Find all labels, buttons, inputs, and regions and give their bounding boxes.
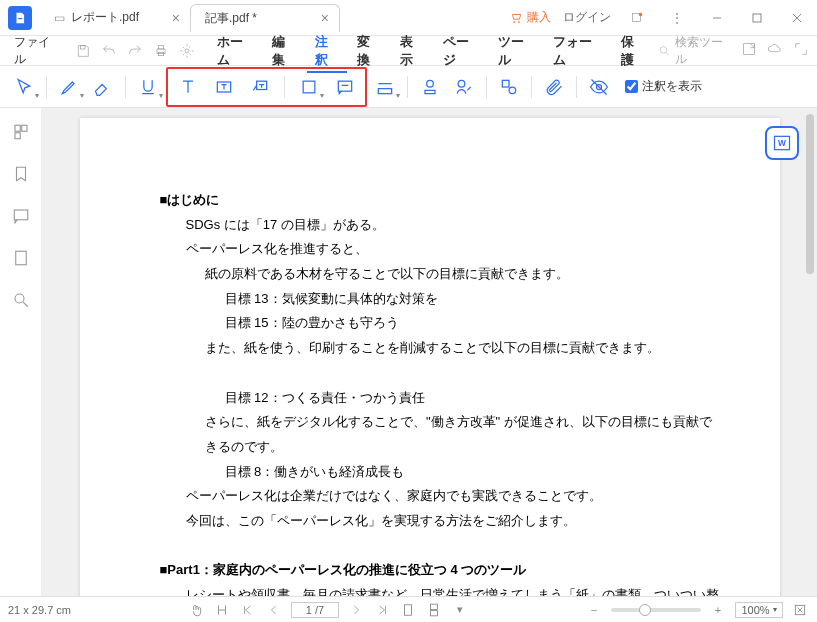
comments-panel-icon[interactable] — [9, 204, 33, 228]
menu-tab-page[interactable]: ページ — [435, 29, 488, 73]
callout-icon[interactable] — [244, 71, 276, 103]
tab-report[interactable]: ▭ レポート.pdf × — [40, 4, 190, 32]
textbox-icon[interactable] — [208, 71, 240, 103]
vertical-scrollbar[interactable] — [805, 108, 815, 596]
highlight-icon[interactable]: ▾ — [53, 71, 85, 103]
page-dimensions: 21 x 29.7 cm — [8, 604, 71, 616]
svg-rect-4 — [753, 14, 761, 22]
notification-icon[interactable] — [623, 4, 651, 32]
body-text: また、紙を使う、印刷することを削減することで以下の目標に貢献できます。 — [160, 336, 720, 361]
svg-rect-18 — [338, 81, 351, 91]
search-panel-icon[interactable] — [9, 288, 33, 312]
continuous-page-icon[interactable] — [425, 601, 443, 619]
svg-point-2 — [639, 12, 643, 16]
buy-link[interactable]: 購入 — [509, 9, 551, 26]
signature-icon[interactable] — [448, 71, 480, 103]
word-export-button[interactable]: W — [765, 126, 799, 160]
cart-icon — [509, 11, 523, 25]
zoom-thumb[interactable] — [639, 604, 651, 616]
close-icon[interactable]: × — [321, 11, 329, 25]
svg-rect-28 — [15, 133, 20, 139]
svg-point-23 — [509, 87, 516, 94]
underline-icon[interactable]: ▾ — [132, 71, 164, 103]
minimize-icon[interactable] — [703, 4, 731, 32]
share-icon[interactable] — [741, 41, 757, 60]
tab-label: 記事.pdf * — [205, 10, 257, 27]
kebab-icon[interactable]: ⋮ — [663, 4, 691, 32]
last-page-icon[interactable] — [373, 601, 391, 619]
settings-icon[interactable] — [177, 41, 197, 61]
bookmarks-icon[interactable] — [9, 162, 33, 186]
first-page-icon[interactable] — [239, 601, 257, 619]
svg-point-12 — [660, 46, 667, 53]
zoom-out-icon[interactable]: − — [585, 601, 603, 619]
single-page-icon[interactable] — [399, 601, 417, 619]
menu-tab-home[interactable]: ホーム — [209, 29, 262, 73]
text-tool-icon[interactable] — [172, 71, 204, 103]
shapes-icon[interactable] — [493, 71, 525, 103]
area-highlight-icon[interactable]: ▾ — [369, 71, 401, 103]
login-link[interactable]: ログイン — [563, 9, 611, 26]
thumbnails-icon[interactable] — [9, 120, 33, 144]
stamp-icon[interactable] — [414, 71, 446, 103]
menu-tab-annotate[interactable]: 注釈 — [307, 29, 348, 73]
menu-tab-form[interactable]: フォーム — [545, 29, 611, 73]
select-tool-icon[interactable]: ▾ — [8, 71, 40, 103]
cloud-icon[interactable] — [767, 41, 783, 60]
save-icon[interactable] — [73, 41, 93, 61]
zoom-level[interactable]: 100% ▾ — [735, 602, 783, 618]
eraser-icon[interactable] — [87, 71, 119, 103]
print-icon[interactable] — [151, 41, 171, 61]
section-title: ■Part1：家庭内のペーパーレス化の推進に役立つ 4 つのツール — [160, 558, 720, 583]
expand-icon[interactable] — [793, 41, 809, 60]
tab-label: レポート.pdf — [71, 9, 139, 26]
close-window-icon[interactable] — [783, 4, 811, 32]
zoom-in-icon[interactable]: + — [709, 601, 727, 619]
svg-rect-35 — [404, 604, 411, 615]
svg-rect-22 — [502, 80, 509, 87]
svg-rect-0 — [18, 18, 22, 19]
close-icon[interactable]: × — [172, 11, 180, 25]
undo-icon[interactable] — [99, 41, 119, 61]
tab-article[interactable]: 記事.pdf * × — [190, 4, 340, 32]
menu-tab-view[interactable]: 表示 — [392, 29, 433, 73]
show-annotations-checkbox[interactable]: 注釈を表示 — [625, 78, 702, 95]
attachments-panel-icon[interactable] — [9, 246, 33, 270]
fit-page-icon[interactable] — [791, 601, 809, 619]
page-number-input[interactable]: 1 /7 — [291, 602, 339, 618]
scrollbar-thumb[interactable] — [806, 114, 814, 274]
next-page-icon[interactable] — [347, 601, 365, 619]
body-text: 目標 13：気候変動に具体的な対策を — [160, 287, 720, 312]
redo-icon[interactable] — [125, 41, 145, 61]
hand-tool-icon[interactable] — [187, 601, 205, 619]
menu-file[interactable]: ファイル — [8, 30, 67, 72]
svg-rect-37 — [430, 610, 437, 615]
svg-rect-36 — [430, 604, 437, 609]
layout-dropdown-icon[interactable]: ▾ — [451, 601, 469, 619]
prev-page-icon[interactable] — [265, 601, 283, 619]
svg-rect-19 — [378, 88, 391, 93]
menu-tab-protect[interactable]: 保護 — [613, 29, 654, 73]
svg-rect-9 — [158, 45, 163, 48]
note-icon[interactable]: ▾ — [293, 71, 325, 103]
search-tool[interactable]: 検索ツール — [658, 34, 731, 68]
document-viewport[interactable]: W ■はじめに SDGs には「17 の目標」がある。 ペーパーレス化を推進する… — [42, 108, 817, 596]
zoom-slider[interactable] — [611, 608, 701, 612]
svg-rect-7 — [80, 45, 85, 48]
body-text: レシートや領収書、毎月の請求書など、日常生活で増えてしまう「紙」の書類…ついつい… — [160, 583, 720, 596]
text-tools-group: ▾ — [166, 67, 367, 107]
attachment-icon[interactable] — [538, 71, 570, 103]
menu-tab-edit[interactable]: 編集 — [264, 29, 305, 73]
search-icon — [658, 44, 671, 58]
svg-line-13 — [666, 52, 669, 55]
body-text: 目標 12：つくる責任・つかう責任 — [160, 386, 720, 411]
maximize-icon[interactable] — [743, 4, 771, 32]
app-icon — [8, 6, 32, 30]
menu-tab-tool[interactable]: ツール — [490, 29, 543, 73]
comment-icon[interactable] — [329, 71, 361, 103]
svg-rect-14 — [744, 44, 755, 55]
select-mode-icon[interactable] — [213, 601, 231, 619]
menu-tab-convert[interactable]: 変換 — [349, 29, 390, 73]
hide-icon[interactable] — [583, 71, 615, 103]
body-text: 目標 8：働きがいも経済成長も — [160, 460, 720, 485]
